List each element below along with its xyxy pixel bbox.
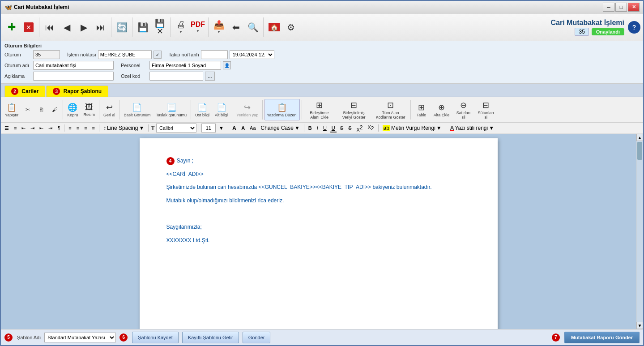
italic-button[interactable]: I: [315, 124, 320, 132]
redo-button[interactable]: ↪ Yeniden yap: [234, 99, 260, 120]
close-button[interactable]: ✕: [628, 3, 640, 12]
editor-toolbar: 📋 Yapıştır ✂ ⎘ 🖌 🌐 Köprü 🖼 Resim: [1, 97, 643, 123]
indent-more-button[interactable]: ⇥: [29, 124, 36, 132]
sablon-adi-select[interactable]: Standart Mutabakat Yazısı: [44, 333, 116, 342]
tab-cariler[interactable]: 2 Cariler: [4, 85, 45, 97]
add-below-button[interactable]: ⊕ Alta Ekle: [431, 99, 452, 120]
cut-button[interactable]: ✂: [21, 104, 34, 115]
show-codes-button[interactable]: ⊡ Tüm Alan Kodlarını Göster: [373, 99, 409, 120]
vertical-scrollbar[interactable]: ▲ ▼: [636, 134, 643, 329]
decrease-font-button[interactable]: A: [239, 124, 247, 132]
takip-no-input[interactable]: [201, 50, 228, 59]
indent-right-button[interactable]: ⇥: [47, 124, 54, 132]
extra-button[interactable]: ⚙: [283, 16, 299, 38]
underline2-button[interactable]: U: [330, 124, 337, 132]
table-button[interactable]: ⊞ Tablo: [413, 99, 431, 120]
change-case-button[interactable]: Change Case ▼: [259, 124, 302, 132]
ozel-kod-dots[interactable]: ...: [205, 72, 215, 81]
personel-input[interactable]: [149, 61, 221, 70]
islem-noktasi-browse[interactable]: ✓: [154, 51, 162, 59]
font-color-button[interactable]: A A Yazı stili rengi ▼: [448, 124, 496, 132]
minimize-button[interactable]: ─: [603, 3, 614, 12]
line-spacing-button[interactable]: ↕ Line Spacing ▼: [102, 124, 146, 132]
add-button[interactable]: ✚: [4, 16, 20, 38]
document-page[interactable]: 4 Sayın ; <<CARİ_ADI>> Şirketimizde bulu…: [140, 138, 498, 329]
oturum-field-group: Oturum: [4, 50, 60, 59]
oturum-input[interactable]: [33, 50, 60, 59]
merge-field-button[interactable]: ⊞ Birleştirme Alanı Ekle: [304, 99, 335, 120]
delete-cols-button[interactable]: ⊟ Sütunları si: [475, 99, 497, 120]
oturum-adi-input[interactable]: [33, 61, 114, 70]
superscript-button[interactable]: X2: [354, 124, 364, 132]
unordered-list-button[interactable]: ☰: [3, 124, 11, 132]
export-button[interactable]: 📤 ▼: [211, 16, 227, 38]
zoom-button[interactable]: 🔍: [245, 16, 261, 38]
header-button[interactable]: 📄 Üst bilgi: [193, 99, 212, 120]
simple-view-button[interactable]: 📄 Basit Görünüm: [121, 99, 153, 120]
tab-rapor[interactable]: 3 Rapor Şablonu: [46, 85, 108, 97]
font-size-dropdown[interactable]: ▼: [217, 124, 226, 132]
save-button[interactable]: 💾: [135, 16, 151, 38]
sablon-kaydet-button[interactable]: Şablonu Kaydet: [132, 332, 179, 343]
paste-button[interactable]: 📋 Yapıştır: [3, 99, 21, 120]
back-button[interactable]: ⬅: [228, 16, 244, 38]
scroll-thumb[interactable]: [637, 142, 642, 160]
scroll-down-arrow[interactable]: ▼: [636, 322, 643, 329]
strikethrough2-button[interactable]: S: [346, 124, 353, 132]
underline-button[interactable]: U: [321, 124, 328, 132]
scroll-up-arrow[interactable]: ▲: [636, 134, 643, 141]
pilcrow-button[interactable]: ¶: [55, 124, 62, 132]
pdf-button[interactable]: PDF ▼: [190, 16, 206, 38]
tarih-select[interactable]: 19.04.2024 12:: [230, 50, 274, 59]
align-justify-button[interactable]: ≡: [90, 124, 97, 132]
gonder-button[interactable]: Gönder: [243, 332, 271, 343]
hyperlink-button[interactable]: 🌐 Köprü: [65, 99, 80, 120]
font-size-input[interactable]: [201, 124, 216, 132]
highlight-dropdown: ▼: [436, 125, 442, 131]
aciklama-input[interactable]: [33, 72, 114, 81]
prev-record-button[interactable]: ◀: [59, 16, 75, 38]
islem-noktasi-input[interactable]: [98, 50, 152, 59]
maximize-button[interactable]: □: [615, 3, 627, 12]
increase-font-button[interactable]: A: [230, 124, 238, 132]
draft-view-button[interactable]: 📃 Taslak görünümü: [154, 99, 189, 120]
takip-no-field-group: Takip no/Tarih 19.04.2024 12:: [169, 50, 274, 59]
print-button[interactable]: 🖨 ▼: [173, 16, 189, 38]
ozel-kod-input[interactable]: [149, 72, 203, 81]
undo-button[interactable]: ↩ Geri al: [101, 99, 118, 120]
delete-button[interactable]: ✕: [21, 16, 37, 38]
show-merge-button[interactable]: ⊟ Birleştirilmiş Veriyi Göster: [336, 99, 372, 120]
highlight-button[interactable]: ab Metin Vurgu Rengi ▼: [381, 124, 444, 132]
scroll-track[interactable]: [636, 141, 643, 322]
mutabakat-raporu-button[interactable]: Mutabakat Raporu Gönder: [564, 332, 640, 343]
ordered-list-button[interactable]: ≡: [12, 124, 18, 132]
align-left-button[interactable]: ≡: [67, 124, 73, 132]
header-label: Üst bilgi: [195, 113, 209, 117]
home-button[interactable]: 🏠: [266, 16, 282, 38]
align-right-button[interactable]: ≡: [82, 124, 89, 132]
personel-browse[interactable]: 👤: [223, 61, 231, 69]
format-painter-button[interactable]: 🖌: [48, 104, 61, 115]
subscript-button[interactable]: X2: [366, 124, 376, 132]
save-as-button[interactable]: 💾✕: [152, 16, 168, 38]
font-name-select[interactable]: Calibri: [156, 124, 196, 132]
indent-less-button[interactable]: ⇤: [20, 124, 27, 132]
kayitli-sablon-button[interactable]: Kayıtlı Şablonu Getir: [182, 332, 239, 343]
align-center-button[interactable]: ≡: [75, 124, 81, 132]
print-layout-button[interactable]: 📋 Yazdırma Düzeni: [264, 99, 299, 120]
last-record-button[interactable]: ⏭: [93, 16, 109, 38]
bold-button[interactable]: B: [307, 124, 314, 132]
delete-rows-button[interactable]: ⊖ Satırları sil: [453, 99, 474, 120]
first-record-button[interactable]: ⏮: [42, 16, 58, 38]
next-record-button[interactable]: ▶: [76, 16, 92, 38]
copy-button[interactable]: ⎘: [35, 104, 47, 115]
strikethrough-button[interactable]: S: [338, 124, 345, 132]
image-button[interactable]: 🖼 Resim: [81, 99, 97, 120]
match-case-button[interactable]: Aa: [248, 124, 257, 132]
document-scroll[interactable]: 4 Sayın ; <<CARİ_ADI>> Şirketimizde bulu…: [1, 134, 636, 329]
edit-sep1: [63, 100, 63, 120]
help-button[interactable]: ?: [628, 21, 640, 34]
refresh-button[interactable]: 🔄: [114, 16, 130, 38]
indent-left-button[interactable]: ⇤: [38, 124, 45, 132]
footer-button[interactable]: 📄 Alt bilgi: [213, 99, 230, 120]
